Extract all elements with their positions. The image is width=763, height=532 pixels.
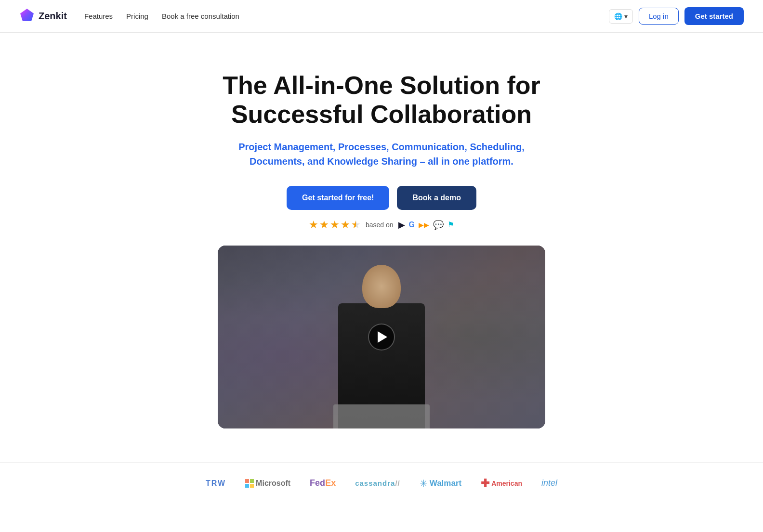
get-started-nav-button[interactable]: Get started [684, 7, 744, 25]
logo-link[interactable]: Zenkit [19, 8, 67, 25]
logo-icon [19, 8, 35, 25]
brand-trw: TRW [206, 479, 226, 488]
fedex-logo: FedEx [310, 478, 336, 488]
star-rating: ★ ★ ★ ★ ★ [309, 219, 361, 231]
brand-cassandra: cassandra// [355, 479, 400, 487]
play-triangle-icon [378, 331, 387, 343]
login-button[interactable]: Log in [639, 8, 679, 25]
ms-green [250, 479, 254, 483]
ms-yellow [250, 484, 254, 488]
brand-american: ✚ American [481, 477, 522, 490]
hero-subtitle: Project Management, Processes, Communica… [218, 140, 545, 169]
nav-link-consultation[interactable]: Book a free consultation [162, 12, 239, 20]
nav-links: Features Pricing Book a free consultatio… [84, 12, 239, 20]
walmart-star-icon: ✳ [420, 478, 428, 489]
google-play-icon: ▶ [398, 220, 405, 230]
based-on-text: based on [366, 221, 394, 229]
star-1: ★ [309, 219, 318, 231]
american-text: American [491, 480, 522, 487]
hero-headline: The All-in-One Solution for Successful C… [223, 71, 540, 129]
cassandra-logo: cassandra// [355, 479, 400, 487]
ms-blue [245, 484, 249, 488]
brands-section: TRW Microsoft FedEx cassandra// ✳ Walmar… [0, 462, 763, 504]
star-5: ★ [351, 219, 361, 231]
language-selector[interactable]: 🌐 ▾ [609, 9, 633, 24]
intel-logo: intel [541, 478, 557, 488]
microsoft-logo-grid [245, 479, 254, 488]
globe-icon: 🌐 [614, 13, 622, 20]
star-2: ★ [319, 219, 329, 231]
ms-red [245, 479, 249, 483]
nav-link-features[interactable]: Features [84, 12, 113, 20]
logo-text: Zenkit [39, 11, 67, 22]
video-container[interactable] [218, 246, 545, 428]
nav-left: Zenkit Features Pricing Book a free cons… [19, 8, 239, 25]
brand-intel: intel [541, 478, 557, 488]
video-thumbnail [218, 246, 545, 428]
play-button[interactable] [368, 324, 395, 350]
laptop [333, 404, 430, 428]
walmart-text: Walmart [430, 479, 461, 488]
globe-chevron: ▾ [624, 13, 628, 20]
navbar: Zenkit Features Pricing Book a free cons… [0, 0, 763, 33]
star-4: ★ [341, 219, 350, 231]
brand-fedex: FedEx [310, 478, 336, 488]
review-platform-logos: ▶ G ▶▶ 💬 ⚑ [398, 220, 454, 230]
book-demo-button[interactable]: Book a demo [397, 186, 476, 210]
ratings-row: ★ ★ ★ ★ ★ based on ▶ G ▶▶ 💬 ⚑ [309, 219, 454, 231]
get-started-free-button[interactable]: Get started for free! [287, 186, 389, 210]
capterra-icon: ▶▶ [419, 221, 429, 229]
google-icon: G [409, 221, 415, 229]
brand-microsoft: Microsoft [245, 479, 290, 488]
brand-walmart: ✳ Walmart [420, 478, 461, 489]
nav-right: 🌐 ▾ Log in Get started [609, 7, 744, 25]
chat-icon: 💬 [433, 220, 444, 230]
american-cross-icon: ✚ [481, 477, 489, 490]
nav-link-pricing[interactable]: Pricing [126, 12, 148, 20]
star-3: ★ [330, 219, 340, 231]
bookmark-icon: ⚑ [447, 220, 454, 229]
hero-section: The All-in-One Solution for Successful C… [0, 33, 763, 448]
trw-logo: TRW [206, 479, 226, 488]
microsoft-text: Microsoft [256, 479, 290, 488]
hero-cta-group: Get started for free! Book a demo [287, 186, 476, 210]
person-head [362, 265, 401, 308]
